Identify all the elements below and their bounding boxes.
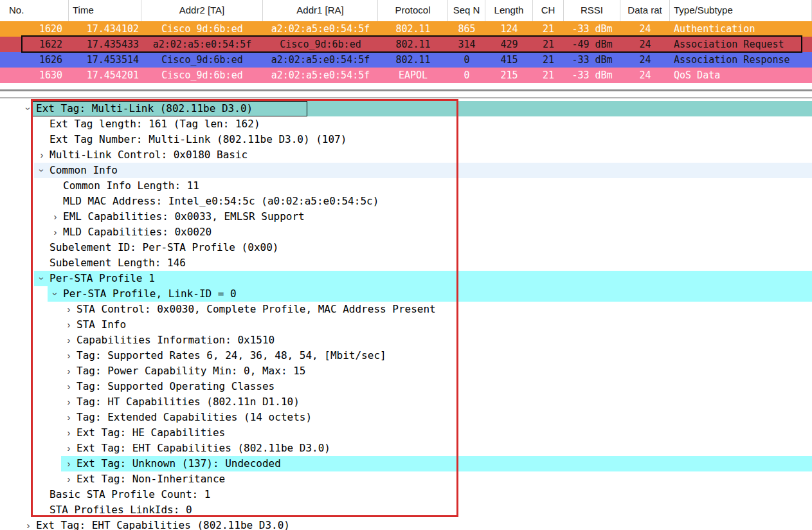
tree-row-label: Subelement ID: Per-STA Profile (0x00) [50,240,278,255]
tree-row-label: STA Control: 0x0030, Complete Profile, M… [77,302,436,317]
tree-row[interactable]: ›MLD Capabilities: 0x0020 [0,224,812,240]
tree-row-label: Ext Tag: EHT Capabilities (802.11be D3.0… [36,518,290,530]
tree-row[interactable]: ›Per-STA Profile 1 [0,271,812,286]
tree-row-label: Tag: Extended Capabilities (14 octets) [77,410,312,425]
tree-row[interactable]: Ext Tag length: 161 (Tag len: 162) [0,116,812,132]
tree-row[interactable]: Ext Tag Number: Multi-Link (802.11be D3.… [0,132,812,147]
tree-row-label: Tag: Power Capability Min: 0, Max: 15 [77,363,305,379]
tree-row[interactable]: ›Ext Tag: Non-Inheritance [0,471,812,487]
tree-row[interactable]: ›Common Info [0,163,812,178]
tree-row-label: MLD MAC Address: Intel_e0:54:5c (a0:02:a… [63,194,379,209]
packet-detail-pane: ›Ext Tag: Multi-Link (802.11be D3.0)Ext … [0,0,812,530]
tree-row-highlight-subtle [34,163,812,178]
tree-row-label: Ext Tag Number: Multi-Link (802.11be D3.… [50,132,347,147]
tree-row-label: Common Info Length: 11 [63,178,199,194]
chevron-right-icon[interactable]: › [64,348,74,363]
tree-row-label: Ext Tag: EHT Capabilities (802.11be D3.0… [77,441,330,456]
chevron-right-icon[interactable]: › [64,333,74,348]
tree-row[interactable]: ›Per-STA Profile, Link-ID = 0 [0,286,812,302]
tree-row-label: Tag: HT Capabilities (802.11n D1.10) [77,394,300,410]
tree-row-label: Ext Tag: HE Capabilities [77,425,225,441]
chevron-right-icon[interactable]: › [64,317,74,333]
tree-row-label: Ext Tag length: 161 (Tag len: 162) [50,116,260,132]
tree-row[interactable]: ›STA Info [0,317,812,333]
chevron-down-icon[interactable]: › [48,289,63,299]
chevron-right-icon[interactable]: › [64,302,74,317]
tree-row[interactable]: ›Ext Tag: EHT Capabilities (802.11be D3.… [0,441,812,456]
chevron-right-icon[interactable]: › [64,363,74,379]
chevron-right-icon[interactable]: › [64,471,74,487]
tree-row[interactable]: ›Tag: Supported Rates 6, 24, 36, 48, 54,… [0,348,812,363]
chevron-down-icon[interactable]: › [34,165,50,176]
tree-row[interactable]: ›Ext Tag: Multi-Link (802.11be D3.0) [0,101,812,116]
chevron-right-icon[interactable]: › [50,224,60,240]
tree-row-label: Subelement Length: 146 [50,255,186,271]
tree-row-label: Tag: Supported Rates 6, 24, 36, 48, 54, … [77,348,386,363]
chevron-down-icon[interactable]: › [34,273,50,284]
tree-row-label: Ext Tag: Unknown (137): Undecoded [77,456,281,471]
tree-row[interactable]: STA Profiles LinkIds: 0 [0,502,812,518]
tree-row[interactable]: MLD MAC Address: Intel_e0:54:5c (a0:02:a… [0,194,812,209]
tree-row[interactable]: ›Ext Tag: EHT Capabilities (802.11be D3.… [0,518,812,530]
tree-row[interactable]: ›Tag: Extended Capabilities (14 octets) [0,410,812,425]
chevron-right-icon[interactable]: › [64,394,74,410]
tree-row[interactable]: ›Capabilities Information: 0x1510 [0,333,812,348]
tree-row[interactable]: ›Multi-Link Control: 0x0180 Basic [0,147,812,163]
tree-row-label: Ext Tag: Non-Inheritance [77,471,225,487]
chevron-right-icon[interactable]: › [50,209,60,224]
tree-row[interactable]: Common Info Length: 11 [0,178,812,194]
tree-row-label: STA Info [77,317,126,333]
tree-row[interactable]: Subelement Length: 146 [0,255,812,271]
tree-row[interactable]: ›STA Control: 0x0030, Complete Profile, … [0,302,812,317]
tree-row-label: Per-STA Profile, Link-ID = 0 [63,286,237,302]
tree-row-label: EML Capabilities: 0x0033, EMLSR Support [63,209,305,224]
tree-row[interactable]: ›Tag: HT Capabilities (802.11n D1.10) [0,394,812,410]
wireshark-window: No.TimeAddr2 [TA]Addr1 [RA]ProtocolSeq N… [0,0,812,530]
tree-row[interactable]: ›Ext Tag: Unknown (137): Undecoded [0,456,812,471]
tree-row-label: Per-STA Profile 1 [50,271,155,286]
tree-row[interactable]: ›Ext Tag: HE Capabilities [0,425,812,441]
tree-row-label: Common Info [50,163,118,178]
tree-row-label: Tag: Supported Operating Classes [77,379,275,394]
chevron-down-icon[interactable]: › [21,104,36,114]
tree-row-label: Multi-Link Control: 0x0180 Basic [50,147,248,163]
tree-row[interactable]: ›EML Capabilities: 0x0033, EMLSR Support [0,209,812,224]
tree-row[interactable]: ›Tag: Supported Operating Classes [0,379,812,394]
chevron-right-icon[interactable]: › [64,456,74,471]
chevron-right-icon[interactable]: › [64,425,74,441]
chevron-right-icon[interactable]: › [64,441,74,456]
tree-row[interactable]: ›Tag: Power Capability Min: 0, Max: 15 [0,363,812,379]
chevron-right-icon[interactable]: › [37,147,47,163]
tree-row[interactable]: Basic STA Profile Count: 1 [0,487,812,502]
chevron-right-icon[interactable]: › [64,410,74,425]
tree-row-label: Capabilities Information: 0x1510 [77,333,275,348]
tree-row-label: Ext Tag: Multi-Link (802.11be D3.0) [36,101,253,116]
tree-row-label: MLD Capabilities: 0x0020 [63,224,212,240]
tree-row-label: STA Profiles LinkIds: 0 [50,502,192,518]
chevron-right-icon[interactable]: › [23,518,33,530]
tree-row[interactable]: Subelement ID: Per-STA Profile (0x00) [0,240,812,255]
tree-row-label: Basic STA Profile Count: 1 [50,487,210,502]
chevron-right-icon[interactable]: › [64,379,74,394]
